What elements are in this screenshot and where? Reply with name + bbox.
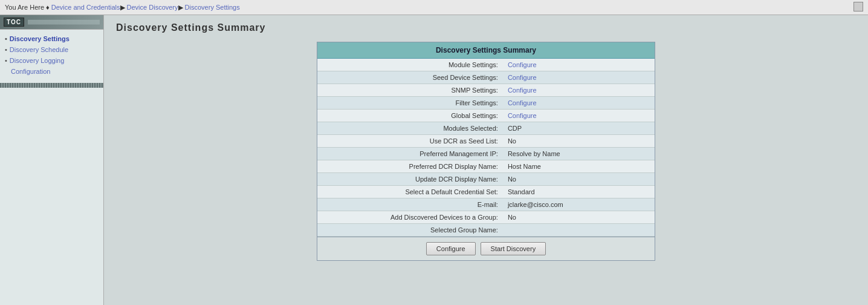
row-value: No: [503, 135, 655, 148]
row-label: Add Discovered Devices to a Group:: [317, 211, 503, 224]
table-row: Use DCR as Seed List:No: [317, 135, 655, 148]
sidebar-link-discovery-logging[interactable]: Discovery Logging: [10, 57, 65, 64]
layout: TOC •Discovery Settings •Discovery Sched…: [0, 15, 868, 305]
summary-table-container: Discovery Settings Summary Module Settin…: [317, 42, 655, 261]
row-label: Select a Default Credential Set:: [317, 186, 503, 198]
page-icon: [853, 2, 863, 11]
topbar: You Are Here ♦ Device and Credentials▶ D…: [0, 0, 868, 15]
sidebar-item-configuration[interactable]: Configuration: [0, 66, 103, 77]
configure-link[interactable]: Configure: [508, 74, 537, 81]
row-label: Module Settings:: [317, 59, 503, 71]
row-value: CDP: [503, 122, 655, 135]
row-value: jclarke@cisco.com: [503, 198, 655, 211]
sidebar-link-configuration[interactable]: Configuration: [11, 68, 50, 75]
sidebar-item-discovery-settings[interactable]: •Discovery Settings: [0, 33, 103, 44]
table-footer: Configure Start Discovery: [317, 237, 655, 260]
table-header: Discovery Settings Summary: [317, 42, 655, 59]
sidebar-nav: •Discovery Settings •Discovery Schedule …: [0, 30, 103, 80]
row-label: SNMP Settings:: [317, 84, 503, 97]
bullet-discovery-schedule: •: [5, 46, 7, 53]
summary-table: Module Settings:ConfigureSeed Device Set…: [317, 59, 655, 237]
breadcrumb-discovery-settings[interactable]: Discovery Settings: [185, 4, 240, 11]
row-label: Update DCR Display Name:: [317, 173, 503, 186]
table-row: Selected Group Name:: [317, 224, 655, 237]
table-row: Select a Default Credential Set:Standard: [317, 186, 655, 198]
row-value[interactable]: Configure: [503, 97, 655, 110]
toc-lines: [28, 20, 100, 25]
breadcrumb-device-credentials[interactable]: Device and Credentials: [51, 4, 120, 11]
sidebar-bottom-bar: [0, 83, 103, 88]
configure-button[interactable]: Configure: [426, 242, 476, 255]
row-label: Selected Group Name:: [317, 224, 503, 237]
row-label: Use DCR as Seed List:: [317, 135, 503, 148]
configure-link[interactable]: Configure: [508, 61, 537, 68]
table-row: Preferred DCR Display Name:Host Name: [317, 160, 655, 173]
row-value: Resolve by Name: [503, 148, 655, 160]
table-row: Update DCR Display Name:No: [317, 173, 655, 186]
configure-link[interactable]: Configure: [508, 99, 537, 107]
sidebar-link-discovery-schedule[interactable]: Discovery Schedule: [10, 46, 68, 53]
you-are-here-label: You Are Here: [5, 4, 44, 11]
table-row: Filter Settings:Configure: [317, 97, 655, 110]
main-content: Discovery Settings Summary Discovery Set…: [104, 15, 868, 305]
breadcrumb-device-discovery[interactable]: Device Discovery: [127, 4, 178, 11]
bullet-discovery-settings: •: [5, 35, 7, 42]
table-row: SNMP Settings:Configure: [317, 84, 655, 97]
row-value: No: [503, 173, 655, 186]
topbar-right: [853, 2, 863, 13]
page-title: Discovery Settings Summary: [116, 22, 856, 33]
toc-label: TOC: [4, 18, 24, 27]
table-row: E-mail:jclarke@cisco.com: [317, 198, 655, 211]
row-value: [503, 224, 655, 237]
row-value: Host Name: [503, 160, 655, 173]
row-value[interactable]: Configure: [503, 110, 655, 122]
table-row: Modules Selected:CDP: [317, 122, 655, 135]
bullet-discovery-logging: •: [5, 57, 7, 64]
row-label: Preferred DCR Display Name:: [317, 160, 503, 173]
sidebar-item-discovery-settings-label: Discovery Settings: [10, 35, 70, 42]
row-label: Global Settings:: [317, 110, 503, 122]
table-row: Global Settings:Configure: [317, 110, 655, 122]
row-value: Standard: [503, 186, 655, 198]
sidebar-item-discovery-schedule[interactable]: •Discovery Schedule: [0, 44, 103, 55]
row-value: No: [503, 211, 655, 224]
row-value[interactable]: Configure: [503, 71, 655, 84]
row-value[interactable]: Configure: [503, 84, 655, 97]
row-label: Filter Settings:: [317, 97, 503, 110]
row-label: E-mail:: [317, 198, 503, 211]
breadcrumb: You Are Here ♦ Device and Credentials▶ D…: [5, 4, 240, 11]
start-discovery-button[interactable]: Start Discovery: [481, 242, 546, 255]
row-label: Preferred Management IP:: [317, 148, 503, 160]
table-row: Add Discovered Devices to a Group:No: [317, 211, 655, 224]
table-row: Preferred Management IP:Resolve by Name: [317, 148, 655, 160]
row-label: Seed Device Settings:: [317, 71, 503, 84]
sidebar-item-discovery-logging[interactable]: •Discovery Logging: [0, 55, 103, 66]
configure-link[interactable]: Configure: [508, 87, 537, 94]
toc-header: TOC: [0, 15, 103, 30]
table-row: Seed Device Settings:Configure: [317, 71, 655, 84]
row-value[interactable]: Configure: [503, 59, 655, 71]
table-row: Module Settings:Configure: [317, 59, 655, 71]
row-label: Modules Selected:: [317, 122, 503, 135]
configure-link[interactable]: Configure: [508, 112, 537, 119]
sidebar: TOC •Discovery Settings •Discovery Sched…: [0, 15, 104, 305]
